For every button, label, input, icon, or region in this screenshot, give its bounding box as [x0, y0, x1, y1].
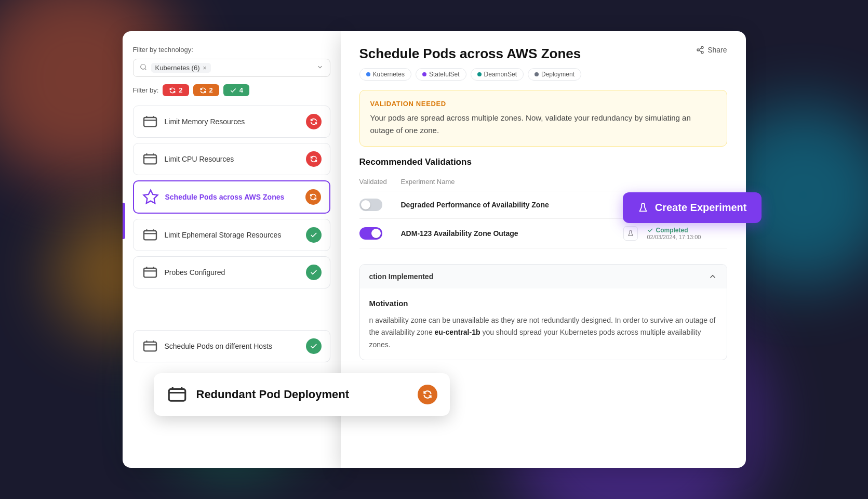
list-item-ephemeral-storage[interactable]: Limit Ephemeral Storage Resources [133, 219, 330, 251]
item-icon [142, 338, 158, 354]
item-icon [142, 151, 158, 167]
list-item-badge [306, 265, 322, 280]
list-item-limit-memory[interactable]: Limit Memory Resources [133, 106, 330, 138]
redundant-card-icon [166, 384, 188, 405]
item-icon [142, 113, 158, 130]
filter-by-label: Filter by: [133, 86, 159, 94]
tag-dot [477, 72, 482, 76]
chevron-down-icon[interactable] [316, 63, 324, 73]
list-item-limit-cpu[interactable]: Limit CPU Resources [133, 143, 330, 175]
filter-badge-green[interactable]: 4 [223, 84, 249, 96]
tag-daemonset: DeamonSet [471, 68, 524, 81]
list-item-label: Limit Memory Resources [165, 117, 306, 126]
action-header-label: ction Implemented [369, 272, 434, 281]
svg-point-0 [140, 64, 145, 69]
list-item-badge [306, 227, 322, 243]
item-icon [142, 227, 158, 243]
experiment-name-2: ADM-123 Availability Zone Outage [401, 219, 623, 248]
svg-point-9 [701, 51, 703, 54]
col-experiment: Experiment Name [401, 175, 623, 191]
toggle-validated-1[interactable] [359, 199, 382, 211]
svg-rect-10 [169, 389, 185, 401]
action-section: ction Implemented Motivation n availabil… [359, 264, 727, 360]
tag-label: DeamonSet [484, 71, 517, 78]
list-item-label: Limit Ephemeral Storage Resources [165, 231, 306, 239]
svg-point-7 [701, 46, 703, 48]
share-button[interactable]: Share [696, 46, 727, 54]
tag-dot [366, 72, 370, 76]
validation-banner-title: VALIDATION NEEDED [370, 100, 716, 108]
flask-icon [623, 226, 638, 241]
list-item-badge [306, 114, 322, 129]
filter-badge-red[interactable]: 2 [163, 84, 189, 96]
active-indicator-bar [123, 203, 125, 239]
filter-badge-orange[interactable]: 2 [193, 84, 219, 96]
chevron-up-icon [708, 272, 717, 281]
filter-technology-label: Filter by technology: [133, 46, 330, 54]
page-title: Schedule Pods across AWS Zones [359, 46, 727, 62]
filter-search-bar[interactable]: Kubernetes (6) × [133, 59, 330, 77]
svg-rect-6 [144, 342, 156, 351]
search-icon [140, 63, 147, 72]
tag-label: StatefulSet [429, 71, 460, 78]
redundant-card-label: Redundant Pod Deployment [196, 388, 418, 401]
list-item-schedule-pods-aws[interactable]: Schedule Pods across AWS Zones [133, 180, 330, 214]
svg-rect-5 [144, 268, 156, 277]
create-experiment-label: Create Experiment [655, 202, 747, 214]
list-item-label: Limit CPU Resources [165, 155, 306, 163]
create-experiment-button[interactable]: Create Experiment [623, 192, 762, 223]
motivation-title: Motivation [369, 297, 717, 310]
experiment-name-1: Degraded Performance of Availability Zon… [401, 191, 623, 219]
status-badge: Completed [647, 227, 701, 234]
tag-dot [422, 72, 426, 76]
item-icon [142, 264, 158, 281]
toggle-knob [361, 200, 370, 209]
tag-label: Kubernetes [373, 71, 405, 78]
list-item-label: Schedule Pods on different Hosts [165, 342, 306, 350]
toggle-knob [371, 229, 381, 238]
list-item-label: Probes Configured [165, 268, 306, 277]
main-container: Filter by technology: Kubernetes (6) × F… [123, 31, 746, 468]
redundant-card-badge [418, 385, 437, 404]
list-item-badge [306, 338, 322, 354]
completion-date: 02/03/2024, 17:13:00 [647, 234, 701, 240]
list-item-badge [305, 189, 321, 205]
remove-filter-icon[interactable]: × [203, 64, 207, 72]
list-item-badge [306, 151, 322, 167]
svg-point-8 [697, 49, 699, 51]
list-item-schedule-pods-hosts[interactable]: Schedule Pods on different Hosts [133, 330, 330, 362]
flask-icon-large [637, 202, 649, 214]
tag-row: Kubernetes StatefulSet DeamonSet Deploym… [359, 68, 727, 81]
svg-rect-2 [144, 155, 156, 164]
action-text: n availability zone can be unavailable a… [369, 314, 717, 351]
list-item-probes-configured[interactable]: Probes Configured [133, 256, 330, 288]
svg-rect-4 [144, 231, 156, 240]
filter-tag-kubernetes[interactable]: Kubernetes (6) × [151, 63, 211, 73]
col-validated: Validated [359, 175, 401, 191]
action-header[interactable]: ction Implemented [360, 265, 727, 288]
recommended-validations-title: Recommended Validations [359, 157, 727, 167]
list-item-label: Schedule Pods across AWS Zones [165, 193, 305, 201]
svg-marker-3 [143, 190, 157, 203]
validation-banner-text: Your pods are spread across multiple zon… [370, 112, 716, 137]
share-label: Share [707, 46, 727, 54]
tag-label: Deployment [541, 71, 575, 78]
tag-deployment: Deployment [528, 68, 581, 81]
tag-dot [535, 72, 539, 76]
tag-kubernetes: Kubernetes [359, 68, 411, 81]
toggle-validated-2[interactable] [359, 227, 382, 240]
item-icon [142, 189, 159, 205]
svg-rect-1 [144, 117, 156, 126]
tag-statefulset: StatefulSet [416, 68, 466, 81]
action-body: Motivation n availability zone can be un… [360, 288, 727, 360]
table-row: ADM-123 Availability Zone Outage Complet… [359, 219, 727, 248]
redundant-pod-card[interactable]: Redundant Pod Deployment [154, 373, 450, 416]
filter-by-row: Filter by: 2 2 4 [133, 84, 330, 96]
validation-banner: VALIDATION NEEDED Your pods are spread a… [359, 90, 727, 147]
